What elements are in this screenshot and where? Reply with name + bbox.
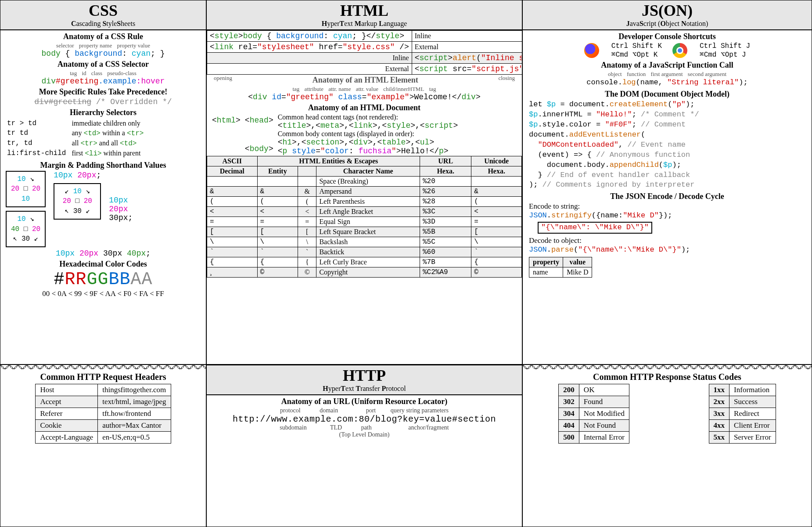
status-class-row: 4xxClient Error (709, 420, 776, 432)
html-header: HTML HyperText Markup Language (207, 0, 522, 30)
firefox-icon (584, 43, 599, 58)
chrome-icon (672, 43, 687, 58)
css-selector-heading: Anatomy of a CSS Selector (6, 60, 201, 69)
url-top-labels: protocol domain port query string parame… (207, 407, 522, 414)
entity-row: Space (Breaking)%20 (207, 177, 522, 187)
status-class-row: 2xxSuccess (709, 396, 776, 408)
url-tld-note: (Top Level Domain) (207, 431, 522, 438)
style-inline: <style>body { background: cyan; }</style… (207, 31, 412, 42)
css-header: CSS Cascading StyleSheets (0, 0, 206, 30)
script-inline: <script>alert("Inline script");</script> (412, 53, 522, 64)
status-class-row: 5xxServer Error (709, 432, 776, 444)
status-row: 404Not Found (559, 420, 629, 432)
style-external: <link rel="stylesheet" href="style.css" … (207, 42, 412, 53)
http-url-heading: Anatomy of an URL (Uniform Resource Loca… (207, 397, 522, 406)
css-hex-order: 00 < 0A < 99 < 9F < AA < F0 < FA < FF (6, 289, 201, 298)
js-dom-heading: The DOM (Document Object Model) (529, 90, 805, 99)
js-column: JS(ON) JavaScript (Object Notation) Deve… (522, 0, 812, 365)
status-row: 302Found (559, 396, 629, 408)
encode-result: "{\"name\": \"Mike D\"}" (538, 222, 652, 234)
css-mp-row: 10 ↘ 20 □ 20 10 10 ↘ 40 □ 20 ↖ 30 ↙ 10px… (6, 171, 201, 247)
status-row: 500Internal Error (559, 432, 629, 444)
html-style-script-table: <style>body { background: cyan; }</style… (207, 30, 522, 75)
html-elem-code: <div id="greeting" class="example">Welco… (207, 93, 522, 101)
http-status-heading: Common HTTP Response Status Codes (523, 372, 812, 382)
mp-box-4: 10 ↘ 40 □ 20 ↖ 30 ↙ (6, 211, 46, 247)
css-rule-heading: Anatomy of a CSS Rule (6, 32, 201, 41)
js-json-heading: The JSON Encode / Decode Cycle (529, 192, 805, 201)
js-dev-heading: Developer Console Shortcuts (529, 32, 805, 41)
html-title: HTML (207, 1, 522, 20)
encode-label: Encode to string: (529, 202, 805, 211)
css-hierarchy-table: tr > tdimmediate children only tr tdany … (6, 118, 149, 159)
desc: immediate children only (71, 119, 148, 128)
html-doc-diagram: <html> <head><body> Common head content … (207, 113, 522, 156)
css-selector-code: div#greeting.example:hover (6, 77, 201, 86)
entity-row: &&&Ampersand%26& (207, 187, 522, 197)
url-bottom-labels: subdomain TLD path anchor/fragment (207, 424, 522, 431)
css-precedence-heading: More Specific Rules Take Precedence! (6, 87, 201, 97)
html-elem-heading: Anatomy of an HTML Element (311, 76, 420, 85)
mp-three-code: 10px20px30px; (109, 196, 133, 222)
css-mp-heading: Margin & Padding Shorthand Values (6, 161, 201, 170)
status-specific-table: 200OK302Found304Not Modified404Not Found… (558, 384, 629, 444)
encode-code: JSON.stringify({name:"Mike D"}); (529, 211, 805, 221)
js-title: JS(ON) (523, 1, 812, 20)
js-fn-code: console.log(name, "String literal"); (529, 78, 805, 88)
http-req-column: Common HTTP Request Headers Hostthingsfi… (0, 365, 206, 527)
browser-shortcuts: Ctrl Shift K⌘Cmd ⌥Opt K Ctrl Shift J⌘Cmd… (529, 42, 805, 59)
status-class-row: 3xxRedirect (709, 408, 776, 420)
css-selector-labels: tag id class pseudo-class (6, 70, 201, 77)
entity-row: <<<Left Angle Bracket%3C< (207, 207, 522, 217)
css-hex-code: #RRGGBBAA (6, 270, 201, 289)
html-subtitle: HyperText Markup Language (207, 20, 522, 28)
req-row: Accept-Languageen-US,en;q=0.5 (36, 432, 171, 444)
script-external: <script src="script.js"></script> (412, 64, 522, 75)
css-hex-heading: Hexadecimal Color Codes (6, 260, 201, 269)
entity-row: ```Backtick%60` (207, 247, 522, 257)
status-class-table: 1xxInformation2xxSuccess3xxRedirect4xxCl… (709, 384, 776, 444)
url-code: http://www.example.com:80/blog?key=value… (207, 414, 522, 424)
css-rule-labels: selector property name property value (6, 42, 201, 49)
entity-row: \\\Backslash%5C\ (207, 237, 522, 247)
entity-row: [[[Left Square Bracket%5B[ (207, 227, 522, 237)
req-row: Cookieauthor=Max Cantor (36, 420, 171, 432)
http-title: HTTP (207, 366, 522, 385)
http-subtitle: HyperText Transfer Protocol (207, 385, 522, 393)
css-overridden: div#greeting /* Overridden */ (6, 97, 201, 106)
http-center-column: HTTP HyperText Transfer Protocol Anatomy… (206, 365, 522, 527)
js-dom-code: let $p = document.createElement("p"); $p… (529, 100, 805, 190)
css-hierarchy-heading: Hierarchy Selectors (6, 108, 201, 117)
decode-label: Decode to object: (529, 236, 805, 245)
html-doc-heading: Anatomy of an HTML Document (207, 103, 522, 112)
html-elem-labels: tag attribute attr. name attr. value chi… (207, 86, 522, 93)
mp-four-code: 10px 20px 30px 40px; (6, 249, 201, 258)
css-rule-code: body { background: cyan; } (6, 49, 201, 58)
http-req-heading: Common HTTP Request Headers (0, 372, 206, 382)
entity-row: ¸©©Copyright%C2%A9© (207, 267, 522, 278)
entity-row: ===Equal Sign%3D= (207, 217, 522, 227)
decode-code: JSON.parse("{\"name\":\"Mike D\"}"); (529, 245, 805, 255)
entity-row: (((Left Parenthesis%28( (207, 197, 522, 207)
mp-box-3: ↙ 10 ↘ 20 □ 20 ↖ 30 ↙ (54, 183, 101, 220)
css-column: CSS Cascading StyleSheets Anatomy of a C… (0, 0, 206, 365)
req-row: Hostthingsfittogether.com (36, 384, 171, 396)
json-object-table: propertyvalue nameMike D (529, 257, 592, 278)
req-row: Referertft.how/frontend (36, 408, 171, 420)
mp-box-2: 10 ↘ 20 □ 20 10 (6, 171, 46, 207)
req-row: Accepttext/html, image/jpeg (36, 396, 171, 408)
js-header: JS(ON) JavaScript (Object Notation) (523, 0, 812, 30)
status-class-row: 1xxInformation (709, 384, 776, 396)
http-req-table: Hostthingsfittogether.comAccepttext/html… (35, 384, 171, 444)
entities-table: ASCII HTML Entities & Escapes URL Unicod… (207, 156, 522, 278)
js-subtitle: JavaScript (Object Notation) (523, 20, 812, 28)
status-row: 200OK (559, 384, 629, 396)
entity-row: {{{Left Curly Brace%7B{ (207, 257, 522, 267)
css-title: CSS (0, 1, 206, 20)
css-subtitle: Cascading StyleSheets (0, 20, 206, 28)
status-row: 304Not Modified (559, 408, 629, 420)
js-fn-labels: object function first argument second ar… (529, 71, 805, 78)
html-column: HTML HyperText Markup Language <style>bo… (206, 0, 522, 365)
http-status-column: Common HTTP Response Status Codes 200OK3… (522, 365, 812, 527)
js-fn-heading: Anatomy of a JavaScript Function Call (529, 61, 805, 70)
